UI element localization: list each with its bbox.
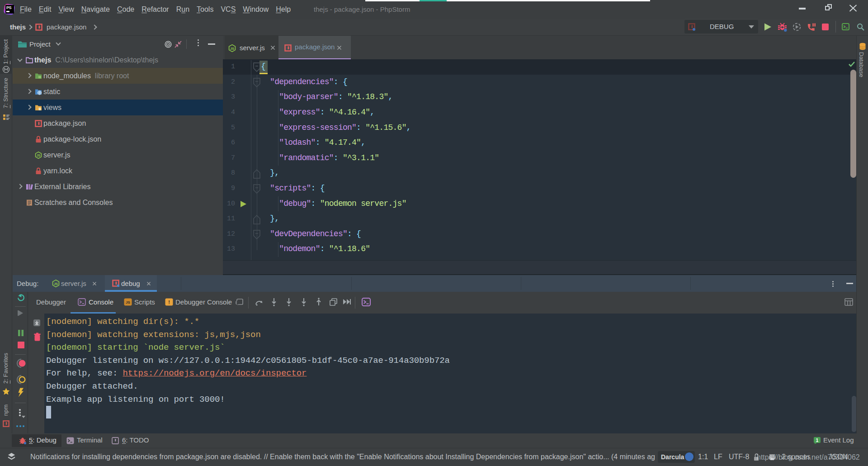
svg-text:JS: JS — [126, 300, 130, 304]
svg-text:JS: JS — [37, 154, 41, 157]
svg-text:!: ! — [168, 300, 170, 305]
svg-text:1: 1 — [816, 437, 819, 443]
svg-text:JS: JS — [230, 47, 234, 51]
svg-text:JS: JS — [54, 282, 58, 286]
